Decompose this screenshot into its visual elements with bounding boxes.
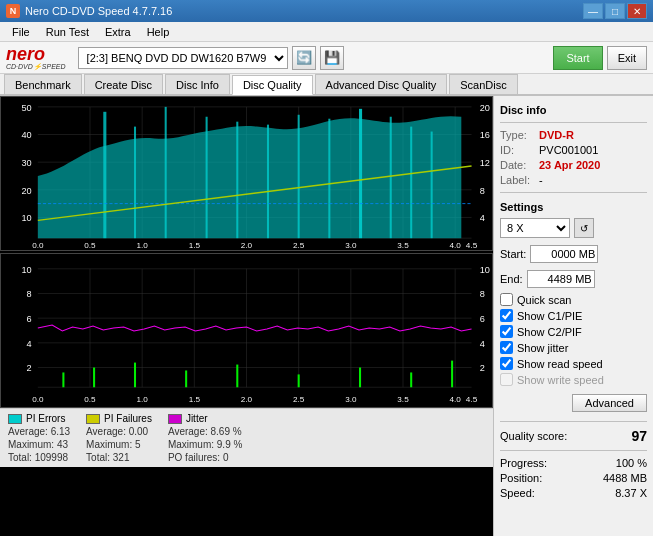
progress-row: Progress: 100 % (500, 457, 647, 469)
show-c2pif-checkbox[interactable] (500, 325, 513, 338)
svg-rect-15 (103, 112, 106, 238)
pi-failures-avg-val: 0.00 (129, 426, 148, 437)
svg-rect-66 (134, 363, 136, 388)
titlebar: N Nero CD-DVD Speed 4.7.7.16 — □ ✕ (0, 0, 653, 22)
svg-text:4.5: 4.5 (466, 241, 478, 250)
pi-errors-max-val: 43 (57, 439, 68, 450)
tab-create-disc[interactable]: Create Disc (84, 74, 163, 94)
app-icon: N (6, 4, 20, 18)
type-row: Type: DVD-R (500, 129, 647, 141)
svg-rect-65 (93, 368, 95, 388)
position-row: Position: 4488 MB (500, 472, 647, 484)
jitter-label: Jitter (186, 413, 208, 424)
speed-row2: Speed: 8.37 X (500, 487, 647, 499)
save-button[interactable]: 💾 (320, 46, 344, 70)
svg-rect-68 (236, 365, 238, 388)
app-title: Nero CD-DVD Speed 4.7.7.16 (25, 5, 581, 17)
label-row: Label: - (500, 174, 647, 186)
svg-text:50: 50 (21, 103, 31, 113)
show-read-speed-label: Show read speed (517, 358, 603, 370)
charts-panel: 50 40 30 20 10 20 16 12 8 4 0.0 0.5 1.0 … (0, 96, 493, 536)
svg-text:1.0: 1.0 (136, 241, 148, 250)
svg-text:3.0: 3.0 (345, 241, 357, 250)
svg-text:4.5: 4.5 (466, 395, 478, 404)
svg-text:2.5: 2.5 (293, 395, 305, 404)
legend-area: PI Errors Average: 6.13 Maximum: 43 Tota… (0, 408, 493, 467)
pi-errors-max-label: Maximum: (8, 439, 54, 450)
show-c1pie-row: Show C1/PIE (500, 309, 647, 322)
speed-select[interactable]: 8 X (500, 218, 570, 238)
svg-rect-20 (267, 125, 269, 239)
start-mb-label: Start: (500, 248, 526, 260)
label-value: - (539, 174, 543, 186)
svg-rect-72 (451, 361, 453, 388)
show-jitter-checkbox[interactable] (500, 341, 513, 354)
menu-help[interactable]: Help (139, 24, 178, 40)
date-row: Date: 23 Apr 2020 (500, 159, 647, 171)
svg-text:4.0: 4.0 (449, 241, 461, 250)
start-mb-input[interactable] (530, 245, 598, 263)
tab-disc-info[interactable]: Disc Info (165, 74, 230, 94)
svg-text:1.0: 1.0 (136, 395, 148, 404)
show-write-speed-checkbox[interactable] (500, 373, 513, 386)
jitter-po-label: PO failures: (168, 452, 220, 463)
svg-text:16: 16 (480, 131, 490, 141)
refresh-settings-button[interactable]: ↺ (574, 218, 594, 238)
svg-text:10: 10 (480, 265, 490, 275)
svg-rect-19 (236, 122, 238, 238)
divider4 (500, 450, 647, 451)
pi-failures-avg-label: Average: (86, 426, 126, 437)
legend-pi-failures: PI Failures Average: 0.00 Maximum: 5 Tot… (86, 413, 152, 463)
jitter-color (168, 414, 182, 424)
position-value: 4488 MB (603, 472, 647, 484)
svg-rect-17 (165, 107, 167, 238)
end-mb-input[interactable] (527, 270, 595, 288)
tab-advanced-disc-quality[interactable]: Advanced Disc Quality (315, 74, 448, 94)
svg-text:2: 2 (480, 364, 485, 374)
tab-scandisc[interactable]: ScanDisc (449, 74, 517, 94)
svg-text:2.0: 2.0 (241, 395, 253, 404)
nero-logo-area: nero CD·DVD⚡SPEED (6, 45, 66, 71)
menu-file[interactable]: File (4, 24, 38, 40)
show-c1pie-checkbox[interactable] (500, 309, 513, 322)
menu-run-test[interactable]: Run Test (38, 24, 97, 40)
maximize-button[interactable]: □ (605, 3, 625, 19)
quick-scan-checkbox[interactable] (500, 293, 513, 306)
pi-failures-total-val: 321 (113, 452, 130, 463)
speed-row: 8 X ↺ (500, 218, 647, 238)
svg-text:20: 20 (480, 103, 490, 113)
jitter-avg-val: 8.69 % (211, 426, 242, 437)
divider2 (500, 192, 647, 193)
svg-text:8: 8 (480, 186, 485, 196)
pi-failures-total-label: Total: (86, 452, 110, 463)
svg-text:4: 4 (27, 339, 32, 349)
svg-text:3.5: 3.5 (397, 395, 409, 404)
advanced-button[interactable]: Advanced (572, 394, 647, 412)
show-read-speed-checkbox[interactable] (500, 357, 513, 370)
progress-value: 100 % (616, 457, 647, 469)
svg-rect-22 (328, 119, 330, 238)
tab-disc-quality[interactable]: Disc Quality (232, 75, 313, 95)
show-write-speed-label: Show write speed (517, 374, 604, 386)
type-value: DVD-R (539, 129, 574, 141)
speed-label: Speed: (500, 487, 535, 499)
pi-errors-total-label: Total: (8, 452, 32, 463)
menu-extra[interactable]: Extra (97, 24, 139, 40)
jitter-avg-label: Average: (168, 426, 208, 437)
date-label: Date: (500, 159, 535, 171)
exit-button[interactable]: Exit (607, 46, 647, 70)
drive-select[interactable]: [2:3] BENQ DVD DD DW1620 B7W9 (78, 47, 288, 69)
nero-subtitle: CD·DVD⚡SPEED (6, 63, 66, 71)
refresh-button[interactable]: 🔄 (292, 46, 316, 70)
svg-text:3.0: 3.0 (345, 395, 357, 404)
minimize-button[interactable]: — (583, 3, 603, 19)
pi-errors-color (8, 414, 22, 424)
close-button[interactable]: ✕ (627, 3, 647, 19)
nero-logo: nero (6, 45, 66, 63)
svg-text:20: 20 (21, 186, 31, 196)
id-row: ID: PVC001001 (500, 144, 647, 156)
start-button[interactable]: Start (553, 46, 602, 70)
svg-rect-26 (431, 132, 433, 239)
tab-benchmark[interactable]: Benchmark (4, 74, 82, 94)
quality-score-row: Quality score: 97 (500, 428, 647, 444)
